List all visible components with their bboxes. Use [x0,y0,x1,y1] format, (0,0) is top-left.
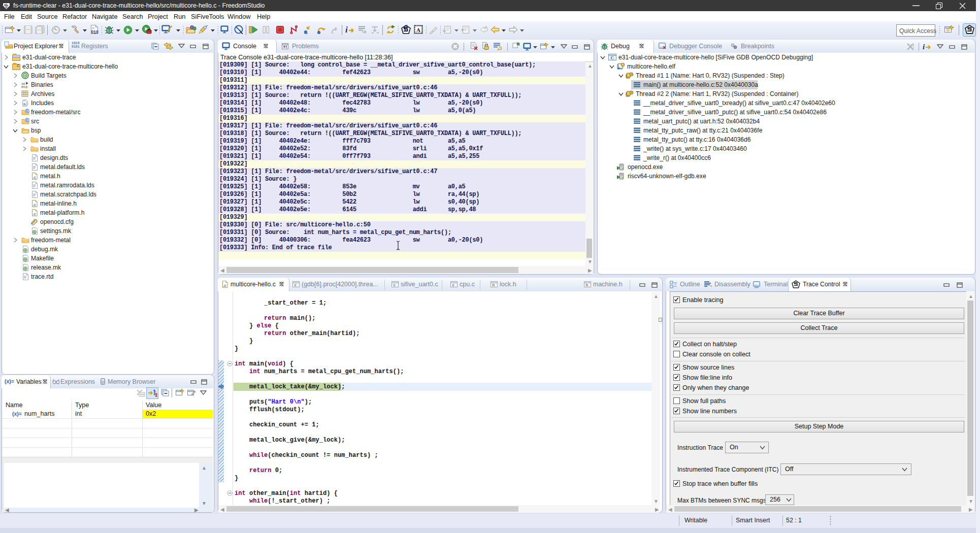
svg-text:c: c [394,283,396,287]
svg-text:C: C [26,118,28,122]
svg-text:c: c [452,283,455,287]
svg-text:h: h [493,283,495,287]
svg-text:C: C [17,64,19,68]
svg-text:010: 010 [91,29,99,35]
svg-text:.c: .c [32,175,36,180]
svg-text:C: C [611,55,614,60]
svg-text:C: C [26,109,28,113]
svg-text:.c: .c [32,203,36,207]
svg-text:i: i [345,25,348,35]
svg-text:i: i [923,43,925,51]
svg-text:.c: .c [223,283,226,288]
svg-text:h: h [586,283,589,287]
svg-text:A: A [416,27,420,33]
svg-text:01: 01 [21,85,25,88]
svg-text:c: c [295,283,297,287]
svg-text:h: h [23,102,26,107]
svg-text:.c: .c [32,212,36,216]
